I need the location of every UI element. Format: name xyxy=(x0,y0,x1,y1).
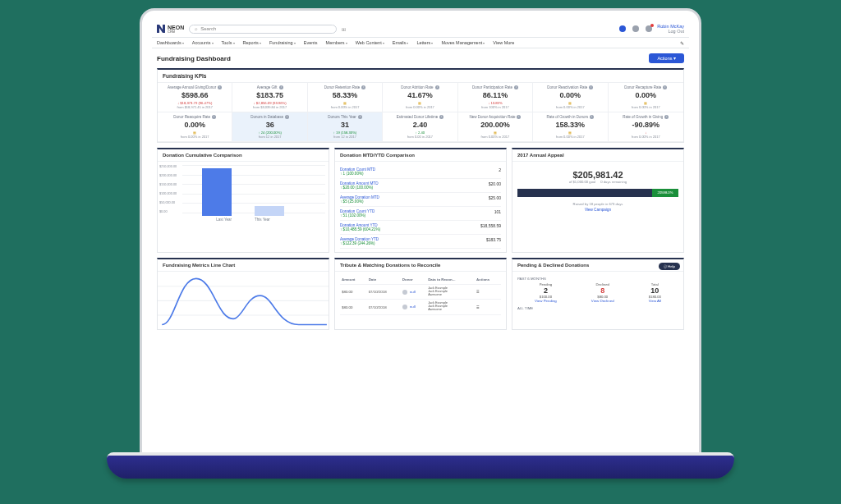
pending-link[interactable]: View All xyxy=(649,299,661,303)
search-placeholder: Search xyxy=(200,26,216,31)
menu-members[interactable]: Members xyxy=(326,40,347,45)
menu-events[interactable]: Events xyxy=(304,40,318,45)
amount-link[interactable]: $80.00 xyxy=(340,300,367,314)
kpi-cell[interactable]: Average Annual Giving/Donori$598.66↓ $18… xyxy=(158,83,232,112)
appeal-title: 2017 Annual Appeal xyxy=(512,149,683,162)
kpi-cell[interactable]: Donor Attrition Ratei41.67%▦from 0.00% i… xyxy=(383,83,457,112)
edit-icon[interactable]: ✎ xyxy=(680,40,684,46)
kpi-title: Fundraising KPIs xyxy=(158,70,683,83)
kpi-cell[interactable]: Donor Retention Ratei58.33%▦from 0.00% i… xyxy=(308,83,383,112)
mtd-card: Donation MTD/YTD Comparison Donation Cou… xyxy=(334,148,507,253)
menu-reports[interactable]: Reports xyxy=(243,40,261,45)
menu-tools[interactable]: Tools xyxy=(222,40,235,45)
appeal-card: 2017 Annual Appeal $205,981.42 of $1,000… xyxy=(512,148,684,253)
mtd-title: Donation MTD/YTD Comparison xyxy=(335,149,506,162)
grid-icon[interactable]: ⊞ xyxy=(342,26,346,32)
view-campaign-link[interactable]: View Campaign xyxy=(517,208,678,212)
info-icon[interactable]: i xyxy=(589,85,593,89)
kpi-panel: Fundraising KPIs Average Annual Giving/D… xyxy=(157,68,684,143)
table-row: $80.0007/10/2018nullJack ExampleJack Exa… xyxy=(340,300,501,314)
info-icon[interactable]: i xyxy=(439,115,443,119)
info-icon[interactable]: i xyxy=(514,85,518,89)
kpi-cell[interactable]: Rate of Growth in Donorsi158.33%▦from 0.… xyxy=(533,112,608,142)
info-icon[interactable]: i xyxy=(517,115,521,119)
logo: NEON CRM xyxy=(157,25,184,34)
kpi-cell[interactable]: New Donor Acquisition Ratei200.00%▦from … xyxy=(458,112,533,142)
table-header: Amount xyxy=(340,275,367,285)
info-icon[interactable]: i xyxy=(285,115,289,119)
logo-sub: CRM xyxy=(168,30,184,34)
pending-card: Pending & Declined Donations ⓘ Help PAST… xyxy=(512,258,684,330)
appeal-amount: $205,981.42 xyxy=(517,170,678,180)
menu-fundraising[interactable]: Fundraising xyxy=(269,40,296,45)
menu-accounts[interactable]: Accounts xyxy=(192,40,214,45)
mtd-row: Average Donation MTD↑ $5 (25.00%)$25.00 xyxy=(340,193,501,207)
menu-webcontent[interactable]: Web Content xyxy=(356,40,384,45)
kpi-cell[interactable]: Estimated Donor Lifetimei2.40↑ 2.40from … xyxy=(383,112,457,142)
kpi-cell[interactable]: Donor Participation Ratei86.11%↓ 13.89%f… xyxy=(458,83,533,112)
row-actions[interactable]: ☰ xyxy=(475,285,501,300)
kpi-cell[interactable]: Donors This Yeari31↑ 19 (158.33%)from 12… xyxy=(308,112,383,142)
mtd-row: Donation Amount YTD↑ $10,488.59 (604.21%… xyxy=(340,221,501,235)
pending-title: Pending & Declined Donations xyxy=(512,259,683,272)
bell-icon[interactable] xyxy=(646,25,652,32)
mtd-row: Donation Count MTD↑ 1 (100.00%)2 xyxy=(340,165,501,179)
info-icon[interactable]: i xyxy=(212,115,216,119)
kpi-cell[interactable]: Donors in Databasei36↑ 24 (200.00%)from … xyxy=(232,112,307,142)
info-icon[interactable]: i xyxy=(663,85,667,89)
kpi-cell[interactable]: Donor Reactivation Ratei0.00%▦from 0.00%… xyxy=(533,83,608,112)
help-icon[interactable] xyxy=(632,25,639,32)
info-icon[interactable]: i xyxy=(590,115,594,119)
kpi-cell[interactable]: Donor Reacquire Ratei0.00%▦from 0.00% in… xyxy=(158,112,232,142)
avatar-icon xyxy=(402,290,407,295)
menu-dashboards[interactable]: Dashboards xyxy=(157,40,184,45)
line-chart-card: Fundraising Metrics Line Chart xyxy=(157,258,329,330)
pending-link[interactable]: View Declined xyxy=(591,299,614,303)
gear-icon[interactable] xyxy=(619,25,626,32)
bar-label: Last Year xyxy=(216,218,232,222)
table-header: Date xyxy=(367,275,401,285)
tribute-card: Tribute & Matching Donations to Reconcil… xyxy=(334,258,507,330)
info-icon[interactable]: i xyxy=(358,115,362,119)
info-icon[interactable]: i xyxy=(361,85,365,89)
help-button[interactable]: ⓘ Help xyxy=(659,263,680,270)
mtd-row: Donation Amount MTD↑ $20.00 (100.00%)$20… xyxy=(340,179,501,193)
tribute-title: Tribute & Matching Donations to Reconcil… xyxy=(335,259,506,272)
user-menu[interactable]: Robin McKay Log Out xyxy=(657,24,684,34)
info-icon[interactable]: i xyxy=(218,85,222,89)
logout-link[interactable]: Log Out xyxy=(657,29,684,34)
chart-cumulative: Donation Cumulative Comparison $250,000.… xyxy=(157,148,329,253)
search-input[interactable]: ⌕ Search xyxy=(189,25,337,34)
progress-bar: 20598.0% xyxy=(517,189,678,197)
bar-this-year xyxy=(255,206,284,216)
mtd-row: Average Donation YTD↑ $122.39 (244.26%)$… xyxy=(340,235,501,249)
appeal-raised: Raised by 18 people in 673 days xyxy=(517,202,678,206)
table-header: Data to Recon... xyxy=(426,275,475,285)
appeal-goal: of $1,000.00 goal xyxy=(569,180,595,184)
pending-link[interactable]: View Pending xyxy=(535,299,557,303)
kpi-cell[interactable]: Donor Recapture Ratei0.00%▦from 0.00% in… xyxy=(609,83,683,112)
info-icon[interactable]: i xyxy=(664,115,669,119)
table-header: Actions xyxy=(475,275,501,285)
search-icon: ⌕ xyxy=(195,26,198,31)
menu-bar: Dashboards Accounts Tools Reports Fundra… xyxy=(152,38,689,48)
chart-title: Donation Cumulative Comparison xyxy=(158,149,329,162)
row-actions[interactable]: ☰ xyxy=(475,300,501,314)
kpi-cell[interactable]: Rate of Growth in Givingi-90.89%↓from 0.… xyxy=(609,112,683,142)
kpi-cell[interactable]: Average Gifti$183.75↓ $2,856.09 (93.96%)… xyxy=(232,83,307,112)
actions-button[interactable]: Actions ▾ xyxy=(649,53,684,63)
table-header: Donor xyxy=(401,275,426,285)
menu-letters[interactable]: Letters xyxy=(416,40,433,45)
info-icon[interactable]: i xyxy=(435,85,439,89)
top-bar: NEON CRM ⌕ Search ⊞ Robin McKay Log Out xyxy=(152,21,689,38)
appeal-days: 0 days remaining xyxy=(600,180,627,184)
menu-emails[interactable]: Emails xyxy=(393,40,409,45)
table-row: $80.0007/10/2018nullJack ExampleJack Exa… xyxy=(340,285,501,300)
amount-link[interactable]: $80.00 xyxy=(340,285,367,300)
avatar-icon xyxy=(402,305,407,309)
info-icon[interactable]: i xyxy=(279,85,283,89)
line-chart xyxy=(158,272,329,332)
progress-pct: 20598.0% xyxy=(652,189,678,197)
menu-viewmore[interactable]: View More xyxy=(493,40,514,45)
menu-moves[interactable]: Moves Management xyxy=(441,40,485,45)
